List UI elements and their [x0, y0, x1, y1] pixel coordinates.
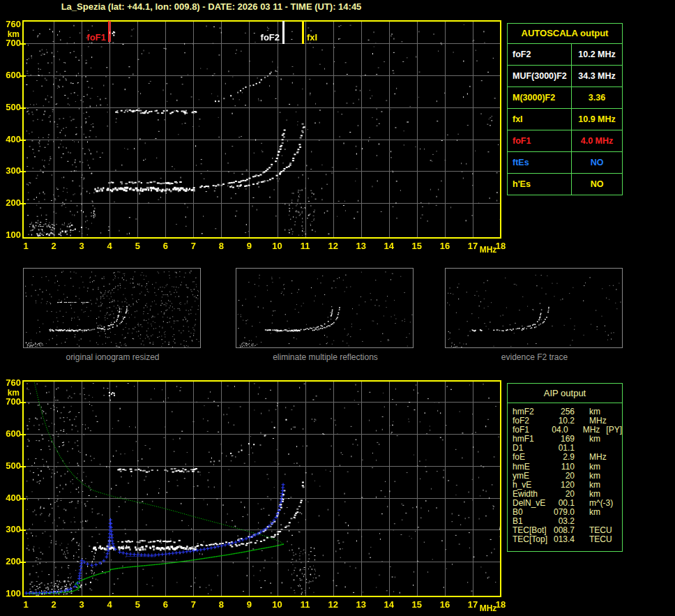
aip-row: Ewidth20km: [513, 489, 622, 498]
aip-row: TEC[Bot]008.7TECU: [513, 525, 622, 534]
parameter-label: TEC[Bot]: [513, 525, 552, 534]
parameter-value: 110: [552, 462, 575, 471]
parameter-unit: MHz: [589, 452, 607, 461]
parameter-unit: km: [589, 434, 600, 443]
parameter-label: fxI: [508, 109, 572, 130]
parameter-value: NO: [572, 152, 622, 173]
parameter-value: 10.9 MHz: [572, 109, 622, 130]
parameter-label: hmF2: [513, 407, 552, 416]
autoscala-row: ftEsNO: [508, 152, 622, 174]
parameter-label: ymE: [513, 471, 552, 480]
parameter-unit: TECU: [589, 525, 612, 534]
parameter-label: hmF1: [513, 434, 552, 443]
parameter-unit: km: [589, 480, 600, 489]
autoscala-row: foF210.2 MHz: [508, 44, 622, 66]
parameter-label: M(3000)F2: [508, 87, 572, 108]
parameter-value: 2.9: [552, 452, 575, 461]
parameter-value: 01.1: [552, 443, 575, 452]
aip-row: foE2.9MHz: [513, 452, 622, 461]
autoscala-row: M(3000)F23.36: [508, 87, 622, 109]
aip-row: foF210.2MHz: [513, 416, 622, 425]
parameter-value: 10.2 MHz: [572, 44, 622, 65]
parameter-value: 20: [552, 471, 575, 480]
aip-rows: hmF2256kmfoF210.2MHzfoF104.0MHz[PY]hmF11…: [508, 403, 622, 543]
parameter-label: ftEs: [508, 152, 572, 173]
parameter-label: foF2: [513, 416, 552, 425]
aip-row: hmF2256km: [513, 407, 622, 416]
parameter-value: 00.1: [552, 498, 575, 507]
parameter-value: 4.0 MHz: [572, 130, 622, 151]
aip-row: foF104.0MHz[PY]: [513, 425, 622, 434]
parameter-value: 34.3 MHz: [572, 66, 622, 87]
aip-output-table: AIP output hmF2256kmfoF210.2MHzfoF104.0M…: [507, 383, 623, 552]
parameter-value: 079.0: [552, 507, 575, 516]
aip-row: h_vE120km: [513, 480, 622, 489]
aip-row: hmF1169km: [513, 434, 622, 443]
autoscala-row: foF14.0 MHz: [508, 130, 622, 152]
parameter-unit: km: [589, 407, 600, 416]
aip-row: TEC[Top]013.4TECU: [513, 534, 622, 543]
thumbnail-original: [23, 268, 201, 348]
autoscala-table-title: AUTOSCALA output: [508, 24, 622, 44]
parameter-label: foF1: [508, 130, 572, 151]
parameter-label: D1: [513, 443, 552, 452]
top-ionogram-plot: [0, 17, 506, 262]
thumbnail-original-canvas: [24, 269, 200, 347]
autoscala-row: fxI10.9 MHz: [508, 109, 622, 130]
parameter-label: foE: [513, 452, 552, 461]
aip-row: ymE20km: [513, 471, 622, 480]
parameter-label: DelN_vE: [513, 498, 552, 507]
parameter-unit: MHz: [589, 416, 607, 425]
parameter-unit: km: [589, 489, 600, 498]
parameter-value: 03.2: [552, 516, 575, 525]
autoscala-row: h'EsNO: [508, 174, 622, 195]
bottom-ionogram-canvas: [0, 377, 506, 616]
thumbnail-no-multiples: [236, 268, 414, 348]
thumbnail-caption: evidence F2 trace: [445, 352, 624, 362]
aip-row: hmE110km: [513, 462, 622, 471]
parameter-label: hmE: [513, 462, 552, 471]
parameter-label: h_vE: [513, 480, 552, 489]
parameter-value: 008.7: [552, 525, 575, 534]
parameter-label: Ewidth: [513, 489, 552, 498]
parameter-label: TEC[Top]: [513, 534, 552, 543]
thumbnail-f2-trace: [445, 268, 623, 348]
parameter-note: [PY]: [606, 425, 622, 434]
parameter-value: 013.4: [552, 534, 575, 543]
thumbnail-caption: original ionogram resized: [23, 352, 202, 362]
parameter-unit: km: [589, 507, 600, 516]
page-title: La_Spezia (lat: +44.1, lon: 009.8) - DAT…: [0, 1, 423, 12]
parameter-label: foF2: [508, 44, 572, 65]
parameter-value: 20: [552, 489, 575, 498]
thumbnail-no-multiples-canvas: [236, 269, 413, 347]
parameter-value: 3.36: [572, 87, 622, 108]
parameter-label: foF1: [513, 425, 547, 434]
bottom-ionogram-plot: [0, 377, 506, 616]
aip-row: D101.1: [513, 443, 622, 452]
thumbnail-f2-trace-canvas: [446, 269, 622, 347]
parameter-value: 04.0: [547, 425, 568, 434]
aip-table-title: AIP output: [508, 384, 622, 403]
parameter-value: NO: [572, 174, 622, 195]
parameter-label: h'Es: [508, 174, 572, 195]
parameter-label: MUF(3000)F2: [508, 66, 572, 87]
parameter-unit: MHz: [583, 425, 600, 434]
parameter-value: 10.2: [552, 416, 575, 425]
parameter-value: 256: [552, 407, 575, 416]
autoscala-window: La_Spezia (lat: +44.1, lon: 009.8) - DAT…: [0, 0, 675, 616]
parameter-value: 169: [552, 434, 575, 443]
aip-row: DelN_vE00.1m^(-3): [513, 498, 622, 507]
autoscala-rows: foF210.2 MHzMUF(3000)F234.3 MHzM(3000)F2…: [508, 44, 622, 195]
parameter-label: B1: [513, 516, 552, 525]
top-ionogram-canvas: [0, 17, 506, 262]
parameter-unit: TECU: [589, 534, 612, 543]
aip-row: B103.2: [513, 516, 622, 525]
autoscala-row: MUF(3000)F234.3 MHz: [508, 66, 622, 87]
aip-row: B0079.0km: [513, 507, 622, 516]
parameter-label: B0: [513, 507, 552, 516]
parameter-unit: m^(-3): [589, 498, 613, 507]
autoscala-output-table: AUTOSCALA output foF210.2 MHzMUF(3000)F2…: [507, 23, 623, 195]
parameter-unit: km: [589, 471, 600, 480]
parameter-unit: km: [589, 462, 600, 471]
thumbnail-caption: eliminate multiple reflections: [236, 352, 415, 362]
